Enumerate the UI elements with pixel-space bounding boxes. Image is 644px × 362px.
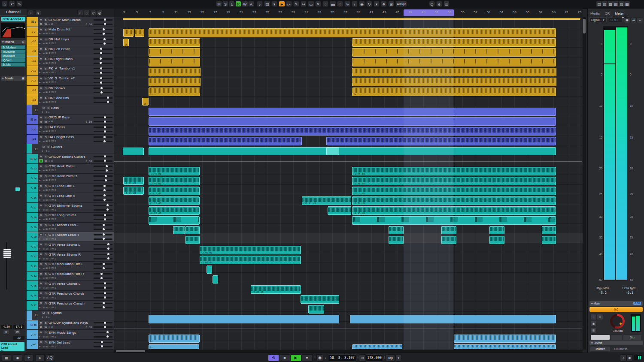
volume-slider[interactable] — [94, 224, 112, 226]
track-control-icon[interactable]: ⊞ — [46, 100, 48, 104]
reference-level-button[interactable] — [590, 335, 610, 340]
track-name[interactable]: GTR Verse Chorus L — [49, 282, 92, 286]
levels-tab-master[interactable]: Master — [590, 347, 610, 351]
onscreen-keyboard-button[interactable]: ▦ — [2, 354, 11, 362]
track-row[interactable]: ♪14MSVK_3_Tambo_v2●◦e⊞RW≡ — [27, 76, 114, 86]
glue-tool[interactable]: ▭ — [308, 1, 314, 7]
track-row[interactable]: ⊟MSSynths●◦≡e — [27, 311, 114, 320]
mute-button[interactable]: M — [42, 145, 46, 148]
snap-type-icon[interactable]: ⊞ — [388, 1, 394, 7]
track-name[interactable]: GTR Shimmer Strums — [49, 204, 92, 208]
track-control-icon[interactable]: R — [49, 286, 50, 290]
track-control-icon[interactable]: ⊞ — [46, 139, 48, 143]
volume-slider[interactable] — [94, 322, 112, 323]
track-control-icon[interactable]: ● — [42, 315, 43, 319]
volume-slider[interactable] — [94, 29, 112, 30]
track-control-icon[interactable]: ≡ — [55, 266, 56, 270]
track-control-icon[interactable]: e — [43, 345, 45, 349]
insert-slot[interactable]: IQ Verb — [1, 58, 25, 62]
audio-event[interactable] — [489, 226, 504, 234]
track-row[interactable]: ⊟MSGuitars●◦≡e — [27, 144, 114, 154]
track-control-icon[interactable]: ⊞ — [46, 345, 48, 349]
write-automation-button[interactable]: W — [15, 330, 20, 334]
track-control-icon[interactable]: e — [43, 71, 45, 75]
audio-event[interactable]: -17.91 dB — [302, 196, 351, 205]
track-control-icon[interactable]: ⊞ — [46, 81, 48, 84]
hub-button[interactable]: ⌂ — [2, 1, 8, 7]
volume-slider[interactable] — [94, 48, 112, 50]
pan-control[interactable] — [15, 187, 20, 191]
track-control-icon[interactable]: ● — [39, 42, 41, 45]
track-control-icon[interactable]: e — [43, 32, 45, 36]
range-selection-tool[interactable]: ▻ — [286, 1, 292, 7]
meter-reset-button[interactable]: ⇊ — [630, 17, 637, 23]
audio-event[interactable] — [149, 137, 302, 145]
solo-button[interactable]: S — [44, 233, 48, 236]
track-name[interactable]: GROUP Synths and Keys — [49, 321, 92, 325]
track-control-icon[interactable]: e — [43, 188, 45, 192]
secondary-slider[interactable] — [94, 180, 112, 181]
volume-slider[interactable] — [94, 254, 112, 255]
mute-button[interactable]: M — [39, 175, 43, 178]
solo-button[interactable]: S — [44, 96, 48, 100]
speaker-a-button[interactable]: ▯ — [590, 314, 597, 320]
track-control-icon[interactable]: ◦ — [42, 90, 43, 94]
track-control-icon[interactable]: R — [49, 227, 50, 231]
track-visibility-button[interactable]: ⌗ — [77, 10, 83, 16]
secondary-slider[interactable] — [94, 278, 112, 279]
stop-button[interactable]: ■ — [279, 354, 290, 362]
track-control-icon[interactable]: e — [43, 130, 45, 133]
audio-event[interactable] — [326, 147, 339, 155]
secondary-slider[interactable] — [94, 326, 112, 328]
track-control-icon[interactable]: ◦ — [42, 198, 43, 202]
track-control-icon[interactable]: R — [49, 100, 50, 104]
track-control-icon[interactable]: ≡ — [55, 130, 56, 133]
auto-quantize-button[interactable]: AQ — [46, 354, 54, 362]
solo-button[interactable]: S — [44, 272, 48, 276]
track-name[interactable]: UA Upright Bass — [49, 135, 92, 139]
track-control-icon[interactable]: W — [51, 296, 54, 300]
track-name[interactable]: Bass — [51, 106, 112, 110]
track-control-icon[interactable]: e — [43, 306, 45, 310]
mute-button[interactable]: M — [39, 67, 43, 70]
event-display[interactable]: 1x1x1x1x-2.46 dB-2.46 dB-1.01 dB-2.46 dB… — [114, 17, 583, 350]
edit-channel-icon[interactable]: e — [49, 22, 50, 26]
read-button[interactable]: R — [39, 22, 43, 26]
zoom-tracks-button[interactable]: ⊙ — [97, 10, 103, 16]
track-control-icon[interactable]: ⊞ — [46, 306, 48, 310]
track-name[interactable]: GTR Lead Line L — [49, 184, 92, 188]
track-control-icon[interactable]: ≡ — [55, 178, 56, 182]
automation-l-button[interactable]: L — [229, 1, 235, 7]
track-control-icon[interactable]: R — [49, 169, 50, 172]
track-control-icon[interactable]: ◦ — [44, 149, 45, 153]
track-control-icon[interactable]: W — [51, 130, 54, 133]
solo-button[interactable]: S — [44, 77, 48, 80]
track-control-icon[interactable]: ≡ — [55, 286, 56, 290]
audio-event[interactable] — [328, 206, 351, 215]
track-name[interactable]: SYN Del Lead — [49, 341, 92, 344]
volume-slider[interactable] — [94, 263, 112, 265]
track-control-icon[interactable]: ● — [39, 61, 41, 65]
track-control-icon[interactable]: e — [43, 51, 45, 55]
track-control-icon[interactable]: R — [49, 345, 50, 349]
track-control-icon[interactable]: ◦ — [42, 247, 43, 251]
track-control-icon[interactable]: ≡ — [55, 335, 56, 339]
inserts-state-icon[interactable]: ⊞ — [51, 325, 53, 329]
audio-event[interactable]: -1.71 dB — [149, 196, 200, 205]
mute-button[interactable]: M — [39, 233, 43, 236]
track-control-icon[interactable]: e — [43, 90, 45, 94]
mute-button[interactable]: M — [39, 292, 43, 295]
secondary-slider[interactable] — [94, 346, 112, 347]
solo-button[interactable]: S — [44, 262, 48, 266]
track-control-icon[interactable]: ◦ — [42, 286, 43, 290]
tempo-display[interactable]: 178.000 — [366, 354, 383, 362]
solo-button[interactable]: S — [44, 253, 48, 256]
solo-button[interactable]: S — [44, 341, 48, 344]
track-control-icon[interactable]: ◦ — [44, 315, 45, 319]
track-control-icon[interactable]: ⊞ — [46, 335, 48, 339]
meter-width-button[interactable]: ↔ — [637, 17, 643, 23]
track-row[interactable]: ♪15MSDR Shaker●◦e⊞RW≡ — [27, 86, 114, 96]
track-name[interactable]: GTR Hook Palm R — [49, 174, 92, 178]
track-control-icon[interactable]: ⊞ — [46, 286, 48, 290]
track-control-icon[interactable]: ≡ — [55, 61, 56, 65]
